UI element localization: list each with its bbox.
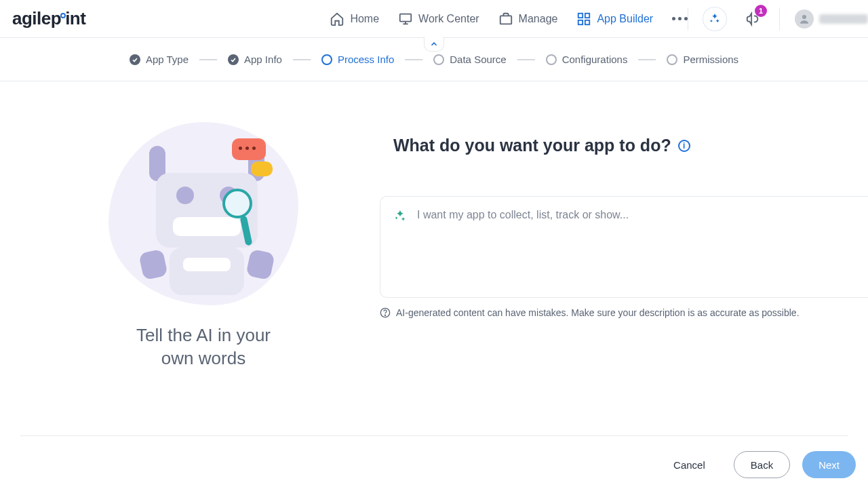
step-configurations[interactable]: Configurations	[546, 54, 628, 65]
check-icon	[132, 56, 138, 63]
step-separator	[517, 59, 535, 60]
monitor-icon	[398, 12, 413, 26]
svg-rect-5	[585, 13, 589, 17]
chevron-up-icon	[429, 39, 439, 49]
svg-rect-7	[585, 20, 589, 24]
svg-rect-6	[578, 20, 583, 24]
separator	[688, 7, 688, 31]
illustration-panel: Tell the AI in your own words	[0, 122, 380, 370]
briefcase-icon	[498, 12, 513, 26]
speech-bubble-icon	[232, 138, 266, 160]
main-content: Tell the AI in your own words What do yo…	[0, 81, 868, 370]
nav-home[interactable]: Home	[330, 12, 379, 26]
nav-manage-label: Manage	[519, 13, 558, 25]
step-separator	[638, 59, 656, 60]
form-heading: What do you want your app to do? i	[393, 136, 868, 155]
back-button[interactable]: Back	[734, 451, 790, 478]
step-label: Configurations	[562, 54, 628, 65]
nav-more[interactable]	[672, 17, 688, 20]
step-app-info[interactable]: App Info	[228, 54, 282, 65]
topbar-tools: 1	[688, 7, 868, 31]
separator	[779, 7, 780, 31]
heading-text: What do you want your app to do?	[393, 136, 671, 155]
step-separator	[199, 59, 217, 60]
magnifier-icon	[222, 189, 252, 218]
info-icon[interactable]: i	[678, 140, 690, 152]
notifications-button[interactable]: 1	[741, 7, 764, 31]
prompt-input-card	[380, 196, 868, 298]
svg-point-8	[802, 15, 806, 19]
ai-sparkle-icon	[393, 209, 408, 224]
step-label: Permissions	[683, 54, 738, 65]
brand-logo: agilepint	[12, 8, 85, 29]
avatar-icon	[795, 9, 814, 28]
illustration-caption: Tell the AI in your own words	[136, 324, 271, 370]
ai-assistant-button[interactable]	[703, 7, 726, 31]
help-icon	[380, 307, 391, 318]
form-panel: What do you want your app to do? i AI-ge…	[380, 122, 868, 370]
nav-app-builder[interactable]: App Builder	[576, 12, 653, 26]
nav-work-center[interactable]: Work Center	[398, 12, 479, 26]
step-label: App Info	[244, 54, 282, 65]
wizard-footer: Cancel Back Next	[0, 451, 868, 478]
speech-bubble-icon	[251, 161, 273, 176]
user-menu[interactable]	[795, 9, 868, 28]
nav-manage[interactable]: Manage	[498, 12, 558, 26]
step-process-info[interactable]: Process Info	[321, 54, 394, 65]
nav-home-label: Home	[350, 13, 379, 25]
next-button[interactable]: Next	[802, 451, 856, 478]
step-permissions[interactable]: Permissions	[667, 54, 738, 65]
step-label: App Type	[146, 54, 189, 65]
svg-point-10	[384, 315, 385, 315]
svg-rect-3	[500, 16, 511, 24]
step-app-type[interactable]: App Type	[130, 54, 189, 65]
check-icon	[230, 56, 237, 63]
username-redacted	[819, 14, 868, 24]
footer-separator	[20, 435, 848, 436]
ai-disclaimer: AI-generated content can have mistakes. …	[380, 307, 868, 318]
svg-rect-4	[578, 13, 583, 17]
cancel-button[interactable]: Cancel	[657, 451, 722, 478]
step-label: Data Source	[450, 54, 506, 65]
collapse-toggle[interactable]	[424, 37, 444, 52]
nav-work-center-label: Work Center	[418, 13, 479, 25]
caption-line: Tell the AI in your	[136, 325, 271, 345]
grid-icon	[576, 12, 591, 26]
app-description-input[interactable]	[417, 209, 856, 285]
step-separator	[293, 59, 311, 60]
step-label: Process Info	[338, 54, 394, 65]
sparkle-icon	[708, 12, 722, 26]
home-icon	[330, 12, 344, 26]
more-dots-icon	[672, 17, 688, 20]
logo-dot-icon	[60, 13, 66, 18]
disclaimer-text: AI-generated content can have mistakes. …	[396, 307, 800, 318]
notification-badge: 1	[755, 5, 767, 17]
step-data-source[interactable]: Data Source	[433, 54, 506, 65]
step-separator	[405, 59, 422, 60]
main-nav: Home Work Center Manage App Builder	[330, 12, 688, 26]
robot-illustration	[108, 122, 298, 305]
nav-app-builder-label: App Builder	[597, 13, 653, 25]
caption-line: own words	[161, 348, 245, 368]
top-navbar: agilepint Home Work Center Manage App Bu…	[0, 0, 868, 38]
svg-rect-0	[400, 14, 412, 21]
